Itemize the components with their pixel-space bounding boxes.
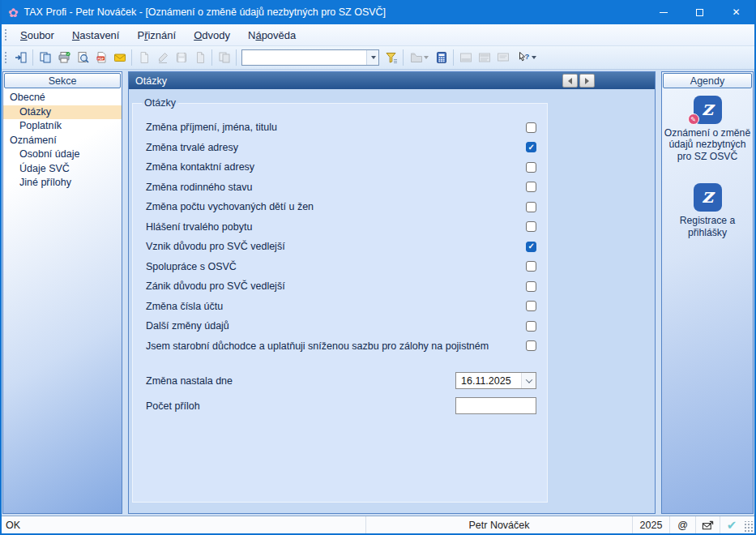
- question-row: Zánik důvodu pro SVČ vedlejší: [146, 276, 536, 297]
- print-button[interactable]: [54, 49, 73, 67]
- status-check-icon: ✔: [720, 516, 743, 533]
- mail-envelope-icon: [113, 51, 126, 64]
- question-label: Změna čísla účtu: [146, 301, 229, 312]
- menu-soubor[interactable]: Soubor: [11, 24, 63, 45]
- toolbar-separator: [131, 49, 132, 66]
- save-record-button: [172, 49, 190, 67]
- sidebar-item-osobni-udaje[interactable]: Osobní údaje: [3, 148, 122, 162]
- agenda-item-oznameni[interactable]: z ✎ Oznámení o změně údajů nezbytných pr…: [662, 96, 753, 162]
- sections-header-button[interactable]: Sekce: [4, 73, 121, 88]
- question-checkbox[interactable]: [526, 182, 536, 192]
- question-row: Změna rodinného stavu: [146, 178, 536, 198]
- date-dropdown-button[interactable]: [521, 373, 536, 388]
- menu-priznani[interactable]: Přiznání: [128, 24, 185, 45]
- next-section-button[interactable]: [579, 74, 595, 88]
- attachments-input[interactable]: [455, 397, 536, 414]
- open-agenda-button: [406, 49, 432, 67]
- section-nav: [561, 74, 595, 88]
- question-checkbox[interactable]: [526, 301, 536, 311]
- question-label: Změna příjmení, jména, titulu: [146, 122, 284, 133]
- send-email-button[interactable]: [110, 49, 129, 67]
- menu-odvody[interactable]: Odvody: [185, 24, 239, 45]
- status-user: Petr Nováček: [366, 516, 633, 533]
- pencil-badge-icon: ✎: [688, 113, 699, 125]
- question-label: Změna trvalé adresy: [146, 142, 245, 153]
- menu-nastaveni[interactable]: Nastavení: [63, 24, 129, 45]
- questions-groupbox: Otázky Změna příjmení, jména, titulu Změ…: [132, 97, 548, 503]
- pdf-icon: PDF: [95, 51, 108, 64]
- question-row: Hlášení trvalého pobytu: [146, 217, 536, 238]
- tax-form-icon: z: [694, 183, 722, 212]
- date-value: 16.11.2025: [456, 373, 521, 388]
- exit-button[interactable]: [11, 49, 30, 67]
- sidebar-item-obecne[interactable]: Obecné: [3, 91, 122, 105]
- splitter-right[interactable]: [656, 71, 661, 514]
- combobox-dropdown-icon[interactable]: [366, 50, 378, 65]
- copy-document-button[interactable]: [36, 49, 54, 67]
- question-checkbox[interactable]: [526, 142, 536, 152]
- resize-grip[interactable]: [743, 521, 754, 533]
- question-checkbox[interactable]: [526, 242, 536, 252]
- toolbar-separator: [403, 49, 404, 66]
- sidebar-item-otazky[interactable]: Otázky: [3, 105, 122, 120]
- maximize-button[interactable]: [681, 0, 718, 24]
- menu-napoveda[interactable]: Nápověda: [239, 24, 305, 45]
- tax-form-icon: z ✎: [694, 96, 722, 124]
- context-help-button[interactable]: ?: [512, 49, 541, 67]
- question-checkbox[interactable]: [526, 221, 536, 232]
- question-label: Další změny údajů: [146, 320, 236, 332]
- menu-grip[interactable]: [4, 28, 7, 41]
- minimize-icon: [660, 12, 668, 13]
- question-row: Změna čísla účtu: [146, 297, 536, 317]
- question-checkbox[interactable]: [526, 261, 536, 272]
- status-envelope-arrow-icon[interactable]: [696, 516, 720, 533]
- question-checkbox[interactable]: [526, 162, 536, 173]
- groupbox-title: Otázky: [142, 97, 178, 109]
- calculator-button[interactable]: [432, 49, 451, 67]
- edit-record-button: [153, 49, 172, 67]
- question-checkbox[interactable]: [526, 202, 536, 212]
- form-area: Otázky Změna příjmení, jména, titulu Změ…: [129, 89, 655, 513]
- view-panel-top-icon: [478, 51, 491, 64]
- print-preview-button[interactable]: [73, 49, 92, 67]
- agendas-header-button[interactable]: Agendy: [663, 73, 752, 88]
- maximize-icon: [696, 9, 703, 16]
- new-page-icon: [138, 51, 151, 64]
- calculator-icon: [435, 51, 448, 64]
- titlebar: ✿ TAX Profi - Petr Nováček - [Oznámení o…: [2, 0, 754, 24]
- question-label: Hlášení trvalého pobytu: [146, 221, 258, 233]
- sidebar-item-jine-prilohy[interactable]: Jiné přílohy: [3, 176, 122, 190]
- form-header: Otázky: [129, 72, 655, 89]
- question-checkbox[interactable]: [526, 281, 536, 292]
- close-button[interactable]: ✕: [718, 0, 754, 24]
- minimize-button[interactable]: [645, 0, 681, 24]
- status-message: OK: [2, 516, 366, 533]
- record-search-combobox[interactable]: [241, 49, 379, 66]
- prev-section-button[interactable]: [562, 74, 578, 88]
- section-list: Obecné Otázky Poplatník Oznámení Osobní …: [3, 89, 122, 190]
- arrow-left-icon: [568, 78, 572, 84]
- window-title: TAX Profi - Petr Nováček - [Oznámení o z…: [24, 6, 386, 18]
- sidebar-item-poplatnik[interactable]: Poplatník: [3, 119, 122, 134]
- toolbar-grip[interactable]: [4, 51, 7, 64]
- question-row: Další změny údajů: [146, 316, 536, 336]
- svg-text:?: ?: [524, 52, 529, 61]
- printer-icon: [58, 51, 70, 64]
- question-checkbox[interactable]: [526, 340, 536, 351]
- toolbar-separator: [453, 49, 454, 66]
- statusbar: OK Petr Nováček 2025 @ ✔: [2, 516, 754, 533]
- agenda-item-registrace[interactable]: z Registrace a přihlášky: [662, 183, 753, 238]
- sidebar-item-udaje-svc[interactable]: Údaje SVČ: [3, 162, 122, 177]
- filter-button[interactable]: [382, 49, 400, 67]
- question-checkbox[interactable]: [526, 321, 536, 332]
- form-title: Otázky: [135, 75, 167, 87]
- view-panel-bottom-icon: [459, 51, 472, 64]
- splitter-left[interactable]: [122, 71, 128, 514]
- question-checkbox[interactable]: [526, 122, 536, 133]
- question-label: Změna kontaktní adresy: [146, 161, 261, 173]
- sidebar-item-oznameni[interactable]: Oznámení: [3, 134, 122, 148]
- pdf-export-button[interactable]: PDF: [92, 49, 110, 67]
- date-input[interactable]: 16.11.2025: [455, 372, 536, 389]
- app-icon: ✿: [8, 6, 19, 19]
- question-label: Změna rodinného stavu: [146, 182, 258, 193]
